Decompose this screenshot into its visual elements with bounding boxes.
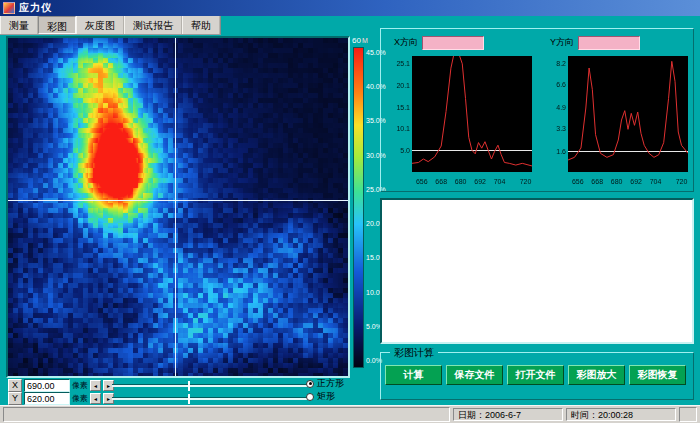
x-coordinate-row: X 像素 ◂ ▸ <box>8 379 114 392</box>
app-window: 应力仪 测量 彩图 灰度图 测试报告 帮助 60M 45.0% 40.0% 35… <box>0 0 700 423</box>
y-direction-chart <box>542 52 692 188</box>
menu-bar: 测量 彩图 灰度图 测试报告 帮助 <box>0 16 221 35</box>
colormap-calc-title: 彩图计算 <box>390 346 438 360</box>
colorbar-gradient <box>353 47 364 368</box>
y-direction-header: Y方向 <box>550 36 640 49</box>
calc-button-row: 计算 保存文件 打开文件 彩图放大 彩图恢复 <box>385 365 686 385</box>
results-listbox[interactable] <box>380 198 694 344</box>
colormap-zoom-button[interactable]: 彩图放大 <box>568 365 625 385</box>
y-spin-left-icon[interactable]: ◂ <box>90 393 101 404</box>
status-bar: 日期：2006-6-7 时间：20:00:28 <box>0 405 700 423</box>
y-direction-value-box[interactable] <box>578 36 640 50</box>
x-direction-value-box[interactable] <box>422 36 484 50</box>
calculate-button[interactable]: 计算 <box>385 365 442 385</box>
heatmap-frame <box>6 36 350 378</box>
y-coordinate-input[interactable] <box>24 392 70 405</box>
save-file-button[interactable]: 保存文件 <box>446 365 503 385</box>
y-position-slider[interactable] <box>112 397 308 400</box>
radio-rect-label: 矩形 <box>317 390 335 403</box>
radio-rect-icon[interactable] <box>306 393 314 401</box>
radio-square-icon[interactable] <box>306 380 314 388</box>
status-date: 日期：2006-6-7 <box>453 408 563 421</box>
menu-item-measure[interactable]: 测量 <box>0 16 38 34</box>
x-direction-title: X方向 <box>394 36 418 49</box>
x-position-slider[interactable] <box>112 384 308 387</box>
status-empty-cell <box>3 407 450 422</box>
y-direction-title: Y方向 <box>550 36 574 49</box>
menu-item-colormap[interactable]: 彩图 <box>38 16 76 34</box>
menu-item-report[interactable]: 测试报告 <box>124 16 182 34</box>
y-coordinate-unit: 像素 <box>72 393 88 404</box>
colormap-restore-button[interactable]: 彩图恢复 <box>629 365 686 385</box>
x-coordinate-unit: 像素 <box>72 380 88 391</box>
y-coordinate-label: Y <box>8 392 22 405</box>
x-direction-chart <box>386 52 536 188</box>
shape-radio[interactable]: 正方形 <box>306 377 370 390</box>
resize-grip[interactable] <box>679 407 697 422</box>
window-title: 应力仪 <box>19 1 52 15</box>
x-slider-thumb[interactable] <box>188 381 190 391</box>
x-coordinate-input[interactable] <box>24 379 70 392</box>
app-icon <box>3 2 15 14</box>
open-file-button[interactable]: 打开文件 <box>507 365 564 385</box>
status-time: 时间：20:00:28 <box>566 408 676 421</box>
shape-option-group: 正方形 矩形 <box>303 376 373 404</box>
y-slider-thumb[interactable] <box>188 394 190 404</box>
menu-item-help[interactable]: 帮助 <box>182 16 220 34</box>
x-spin-left-icon[interactable]: ◂ <box>90 380 101 391</box>
x-direction-header: X方向 <box>394 36 484 49</box>
colorbar-max-label: 60M <box>352 36 368 45</box>
x-coordinate-label: X <box>8 379 22 392</box>
radio-square-label: 正方形 <box>317 377 344 390</box>
shape-radio[interactable]: 矩形 <box>306 390 370 403</box>
title-bar[interactable]: 应力仪 <box>0 0 700 16</box>
y-coordinate-row: Y 像素 ◂ ▸ <box>8 392 114 405</box>
stress-heatmap[interactable] <box>8 38 348 376</box>
menu-item-graymap[interactable]: 灰度图 <box>76 16 124 34</box>
